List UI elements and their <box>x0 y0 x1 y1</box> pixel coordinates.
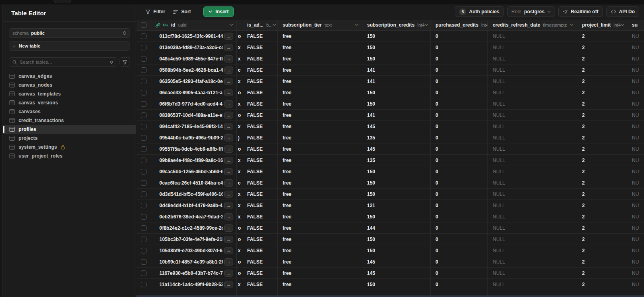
cell-subscription-credits[interactable]: 150 <box>362 53 431 64</box>
expand-row-button[interactable]: → <box>224 145 233 153</box>
cell-credits-refresh-date[interactable]: NULL <box>488 98 577 109</box>
row-checkbox[interactable] <box>141 180 147 186</box>
cell-subscription-credits[interactable]: 145 <box>362 256 431 267</box>
cell-id[interactable]: 013e039a-fd89-473a-a3c6-ccfa9...→ <box>151 42 237 53</box>
cell-project-limit[interactable]: 2 <box>577 53 627 64</box>
expand-row-button[interactable]: → <box>224 202 233 209</box>
expand-row-button[interactable]: → <box>224 66 233 74</box>
sidebar-item-system_settings[interactable]: system_settings <box>3 143 136 152</box>
row-checkbox[interactable] <box>141 248 147 253</box>
cell-credits-refresh-date[interactable]: NULL <box>488 177 577 188</box>
cell-purchased-credits[interactable]: 0 <box>431 64 488 75</box>
sidebar-item-canvas_edges[interactable]: canvas_edges <box>3 72 136 81</box>
sidebar-item-credit_transactions[interactable]: credit_transactions <box>3 116 136 125</box>
cell-clipped[interactable]: x <box>237 279 242 290</box>
cell-is-admin[interactable]: FALSE <box>242 53 278 64</box>
cell-is-admin[interactable]: FALSE <box>242 143 278 154</box>
cell-purchased-credits[interactable]: 0 <box>431 110 488 120</box>
cell-project-limit[interactable]: 2 <box>577 110 627 120</box>
expand-row-button[interactable]: → <box>224 44 233 51</box>
cell-credits-refresh-date[interactable]: NULL <box>488 87 577 98</box>
expand-row-button[interactable]: → <box>224 191 233 198</box>
cell-id[interactable]: 0cac6fca-26cf-4510-84ba-c4580...→ <box>151 177 237 188</box>
row-checkbox[interactable] <box>141 79 147 84</box>
cell-subscription-credits[interactable]: 150 <box>362 42 431 53</box>
cell-su[interactable]: NU <box>627 64 644 75</box>
realtime-button[interactable]: Realtime off <box>558 6 603 17</box>
cell-is-admin[interactable]: FALSE <box>242 31 278 42</box>
cell-su[interactable]: NU <box>627 245 644 256</box>
cell-subscription-credits[interactable]: 141 <box>362 110 431 120</box>
cell-subscription-credits[interactable]: 150 <box>362 245 431 256</box>
cell-subscription-tier[interactable]: free <box>278 132 362 143</box>
column-header-is_admin[interactable]: is_ad...b... <box>242 20 278 30</box>
expand-row-button[interactable]: → <box>224 112 233 119</box>
cell-su[interactable]: NU <box>627 121 644 132</box>
expand-row-button[interactable]: → <box>224 168 233 175</box>
column-header-subscription_credits[interactable]: subscription_creditsint4 <box>362 20 431 30</box>
cell-id[interactable]: 063505e5-4293-4faf-a18c-0e65b...→ <box>151 76 237 87</box>
row-checkbox[interactable] <box>141 225 147 231</box>
cell-project-limit[interactable]: 2 <box>577 279 627 290</box>
cell-is-admin[interactable]: FALSE <box>242 279 278 290</box>
expand-row-button[interactable]: → <box>224 179 233 187</box>
cell-id[interactable]: 11a114cb-1a4c-49f4-9b28-52219ec...→ <box>151 279 237 290</box>
cell-id[interactable]: 094caf42-7185-4e45-99f3-14abee...→ <box>151 121 237 132</box>
cell-su[interactable]: NU <box>627 87 644 98</box>
cell-purchased-credits[interactable]: 0 <box>431 31 488 42</box>
cell-project-limit[interactable]: 2 <box>577 166 627 177</box>
cell-subscription-credits[interactable]: 150 <box>362 211 431 222</box>
row-checkbox[interactable] <box>141 33 147 39</box>
cell-subscription-credits[interactable]: 145 <box>362 268 431 278</box>
cell-clipped[interactable]: x <box>237 189 242 199</box>
cell-purchased-credits[interactable]: 0 <box>431 132 488 143</box>
cell-project-limit[interactable]: 2 <box>577 256 627 267</box>
cell-credits-refresh-date[interactable]: NULL <box>488 64 577 75</box>
cell-is-admin[interactable]: FALSE <box>242 189 278 199</box>
cell-credits-refresh-date[interactable]: NULL <box>488 268 577 278</box>
cell-credits-refresh-date[interactable]: NULL <box>488 53 577 64</box>
cell-su[interactable]: NU <box>627 256 644 267</box>
search-input[interactable]: Search tables... <box>9 57 117 67</box>
cell-subscription-credits[interactable]: 150 <box>362 166 431 177</box>
cell-subscription-credits[interactable]: 141 <box>362 76 431 87</box>
cell-su[interactable]: NU <box>627 42 644 53</box>
auth-policies-button[interactable]: 5 Auth policies <box>455 6 504 17</box>
cell-purchased-credits[interactable]: 0 <box>431 222 488 233</box>
expand-row-button[interactable]: → <box>224 100 233 108</box>
cell-subscription-credits[interactable]: 150 <box>362 177 431 188</box>
cell-subscription-tier[interactable]: free <box>278 76 362 87</box>
cell-subscription-credits[interactable]: 135 <box>362 155 431 166</box>
cell-project-limit[interactable]: 2 <box>577 234 627 245</box>
cell-su[interactable]: NU <box>627 166 644 177</box>
cell-id[interactable]: 048c4e50-b989-455e-847e-fb2f...→ <box>151 53 237 64</box>
cell-subscription-tier[interactable]: free <box>278 155 362 166</box>
cell-is-admin[interactable]: FALSE <box>242 234 278 245</box>
cell-purchased-credits[interactable]: 0 <box>431 155 488 166</box>
row-checkbox[interactable] <box>141 45 147 50</box>
cell-credits-refresh-date[interactable]: NULL <box>488 121 577 132</box>
cell-subscription-credits[interactable]: 145 <box>362 121 431 132</box>
column-header-project_limit[interactable]: project_limitint4 <box>577 20 627 30</box>
row-checkbox[interactable] <box>141 191 147 197</box>
cell-credits-refresh-date[interactable]: NULL <box>488 155 577 166</box>
cell-clipped[interactable]: x <box>237 53 242 64</box>
cell-clipped[interactable]: ) <box>237 132 242 143</box>
cell-clipped[interactable]: o <box>237 268 242 278</box>
cell-clipped[interactable]: x <box>237 166 242 177</box>
expand-row-button[interactable]: → <box>224 89 233 96</box>
cell-credits-refresh-date[interactable]: NULL <box>488 132 577 143</box>
row-checkbox[interactable] <box>141 259 147 265</box>
cell-is-admin[interactable]: FALSE <box>242 87 278 98</box>
cell-subscription-credits[interactable]: 141 <box>362 64 431 75</box>
row-checkbox[interactable] <box>141 101 147 107</box>
cell-id[interactable]: 09557f5a-0dcb-4cb9-a6fb-fff366...→ <box>151 143 237 154</box>
expand-row-button[interactable]: → <box>224 247 233 254</box>
sidebar-item-canvas_templates[interactable]: canvas_templates <box>3 89 136 98</box>
cell-su[interactable]: NU <box>627 155 644 166</box>
cell-clipped[interactable]: c <box>237 177 242 188</box>
cell-subscription-tier[interactable]: free <box>278 42 362 53</box>
cell-purchased-credits[interactable]: 0 <box>431 245 488 256</box>
cell-subscription-tier[interactable]: free <box>278 110 362 120</box>
cell-subscription-credits[interactable]: 150 <box>362 189 431 199</box>
